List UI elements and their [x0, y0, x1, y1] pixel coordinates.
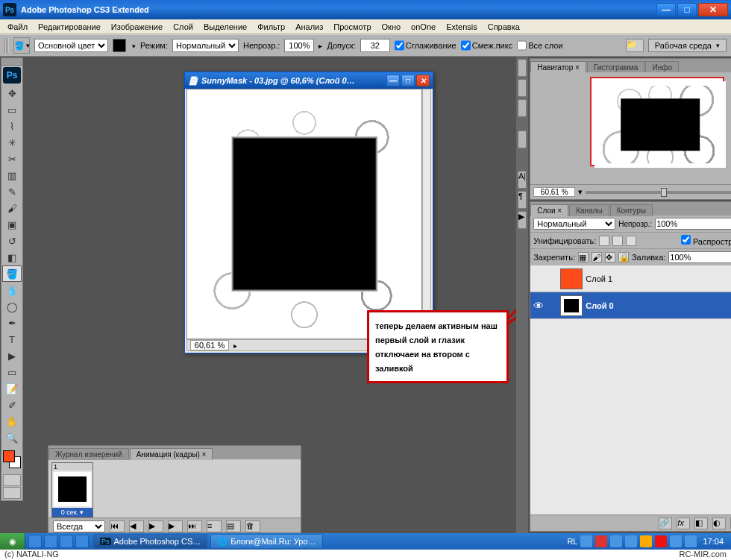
- opacity-input[interactable]: [284, 39, 314, 52]
- document-titlebar[interactable]: 📄 SunnyMask - 03.jpg @ 60,6% (Слой 0… — …: [185, 72, 433, 89]
- layer-thumbnail-0[interactable]: [560, 295, 583, 316]
- eyedropper-tool[interactable]: ✐: [2, 397, 22, 413]
- taskbar-item-browser[interactable]: 🌐Блоги@Mail.Ru: Уро…: [210, 534, 322, 549]
- unify-style-icon[interactable]: [626, 236, 636, 246]
- lock-pixels-icon[interactable]: 🖌: [592, 252, 602, 262]
- tray-icon-4[interactable]: [625, 535, 637, 547]
- layer-row-0[interactable]: 👁 Слой 0: [530, 292, 731, 319]
- tray-icon-1[interactable]: [580, 535, 592, 547]
- animation-frame-1[interactable]: 1 0 сек.: [51, 462, 93, 517]
- doc-status-menu[interactable]: [233, 341, 237, 350]
- menu-help[interactable]: Справка: [483, 21, 524, 33]
- tolerance-input[interactable]: [360, 39, 390, 52]
- dock-icon-tool-presets[interactable]: [518, 99, 527, 117]
- tab-navigator[interactable]: Навигатор ×: [530, 61, 586, 73]
- dock-icon-paragraph[interactable]: ¶: [518, 191, 527, 209]
- link-layers-icon[interactable]: 🔗: [659, 517, 672, 529]
- layer-mask-icon[interactable]: ◧: [694, 517, 708, 529]
- layer-opacity-input[interactable]: [655, 218, 731, 230]
- quickmask-toggle[interactable]: [3, 474, 21, 486]
- layer-row-1[interactable]: Слой 1: [530, 265, 731, 292]
- lasso-tool[interactable]: ⌇: [2, 118, 22, 134]
- dock-icon-character[interactable]: A|: [518, 171, 527, 189]
- tab-layers[interactable]: Слои ×: [530, 204, 568, 216]
- pattern-picker[interactable]: [131, 41, 136, 50]
- language-indicator[interactable]: RL: [567, 537, 577, 546]
- pattern-swatch[interactable]: [113, 39, 126, 52]
- layer-blend-mode-select[interactable]: Нормальный: [533, 218, 615, 230]
- menu-edit[interactable]: Редактирование: [34, 21, 105, 33]
- fill-source-select[interactable]: Основной цвет: [34, 39, 108, 52]
- dock-icon-actions[interactable]: ▶: [518, 211, 527, 229]
- layer-name-0[interactable]: Слой 0: [586, 301, 731, 310]
- doc-close-button[interactable]: ✕: [416, 75, 430, 86]
- menu-filter[interactable]: Фильтр: [253, 21, 289, 33]
- next-frame-button[interactable]: ▶: [168, 520, 183, 532]
- menu-extensis[interactable]: Extensis: [442, 21, 482, 33]
- tray-icon-7[interactable]: [670, 535, 682, 547]
- layer-visibility-toggle-0[interactable]: 👁: [530, 300, 547, 312]
- ql-icon-2[interactable]: [44, 535, 57, 548]
- pen-tool[interactable]: ✒: [2, 315, 22, 331]
- last-frame-button[interactable]: ⏭: [187, 520, 202, 532]
- screenmode-toggle[interactable]: [3, 487, 21, 499]
- dodge-tool[interactable]: ◯: [2, 298, 22, 315]
- tray-icon-6[interactable]: [655, 535, 667, 547]
- dock-icon-layer-comps[interactable]: [518, 130, 527, 148]
- layer-name-1[interactable]: Слой 1: [586, 274, 731, 283]
- unify-position-icon[interactable]: [599, 236, 609, 246]
- play-button[interactable]: ▶: [148, 520, 163, 532]
- zoom-slider[interactable]: [586, 191, 731, 194]
- antialias-checkbox[interactable]: Сглаживание: [395, 39, 457, 52]
- blend-mode-select[interactable]: Нормальный: [172, 39, 239, 52]
- document-canvas[interactable]: [186, 89, 422, 339]
- move-tool[interactable]: ✥: [2, 85, 22, 101]
- contiguous-checkbox[interactable]: Смеж.пикс: [461, 39, 512, 52]
- magic-wand-tool[interactable]: ✳: [2, 134, 22, 151]
- foreground-color[interactable]: [3, 450, 15, 462]
- tab-paths[interactable]: Контуры: [610, 204, 653, 216]
- crop-tool[interactable]: ✂: [2, 151, 22, 167]
- tab-histogram[interactable]: Гистограмма: [587, 61, 645, 73]
- start-button[interactable]: ◉: [0, 533, 25, 550]
- prev-frame-button[interactable]: ◀: [129, 520, 144, 532]
- marquee-tool[interactable]: ▭: [2, 101, 22, 118]
- propagate-frame-checkbox[interactable]: Распространить кадр 1: [681, 235, 731, 246]
- menu-image[interactable]: Изображение: [107, 21, 167, 33]
- new-frame-button[interactable]: ▤: [226, 520, 241, 532]
- doc-maximize-button[interactable]: □: [401, 75, 415, 86]
- lock-position-icon[interactable]: ✥: [605, 252, 615, 262]
- menu-layer[interactable]: Слой: [169, 21, 198, 33]
- lock-all-icon[interactable]: 🔒: [618, 252, 629, 262]
- zoom-tool[interactable]: 🔍: [2, 430, 22, 446]
- paint-bucket-tool-icon[interactable]: 🪣: [13, 37, 30, 54]
- slice-tool[interactable]: ▥: [2, 167, 22, 183]
- unify-visibility-icon[interactable]: [612, 236, 623, 246]
- blur-tool[interactable]: 💧: [2, 282, 22, 298]
- navigator-thumbnail[interactable]: [590, 77, 724, 166]
- tween-button[interactable]: ≡: [207, 520, 222, 532]
- tab-measurement-log[interactable]: Журнал измерений: [48, 448, 129, 460]
- window-maximize-button[interactable]: □: [677, 3, 697, 16]
- delete-frame-button[interactable]: 🗑: [245, 520, 260, 532]
- menu-onone[interactable]: onOne: [407, 21, 440, 33]
- taskbar-clock[interactable]: 17:04: [700, 537, 727, 546]
- navigator-zoom-field[interactable]: 60,61 %: [533, 187, 575, 197]
- paint-bucket-tool[interactable]: 🪣: [2, 265, 22, 282]
- tab-channels[interactable]: Каналы: [569, 204, 609, 216]
- ql-icon-3[interactable]: [60, 535, 73, 548]
- menu-file[interactable]: Файл: [3, 21, 32, 33]
- taskbar-item-photoshop[interactable]: PsAdobe Photoshop CS…: [93, 534, 207, 549]
- frame-duration[interactable]: 0 сек.: [52, 508, 92, 517]
- menu-analysis[interactable]: Анализ: [291, 21, 327, 33]
- window-minimize-button[interactable]: —: [656, 3, 676, 16]
- doc-minimize-button[interactable]: —: [386, 75, 400, 86]
- tray-icon-3[interactable]: [610, 535, 622, 547]
- zoom-out-icon[interactable]: ▾: [578, 187, 583, 197]
- document-zoom-field[interactable]: 60,61 %: [190, 340, 229, 350]
- window-close-button[interactable]: ✕: [698, 3, 728, 16]
- menu-window[interactable]: Окно: [377, 21, 406, 33]
- doc-vertical-scrollbar[interactable]: [422, 89, 431, 339]
- workspace-switcher[interactable]: Рабочая среда: [648, 39, 727, 52]
- dock-icon-brushes[interactable]: [518, 59, 527, 77]
